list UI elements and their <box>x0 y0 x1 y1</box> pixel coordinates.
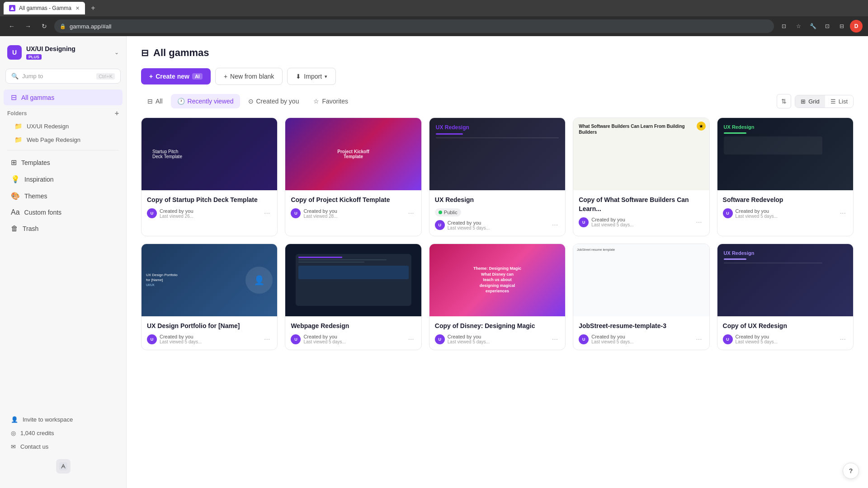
card-card7[interactable]: Webpage RedesignUCreated by youLast view… <box>285 244 421 351</box>
author-info: Created by youLast viewed 5 days... <box>160 334 202 344</box>
new-from-blank-button[interactable]: + New from blank <box>215 68 283 85</box>
card-body: Copy of Disney: Designing MagicUCreated … <box>429 316 565 350</box>
workspace-info: UX/UI Designing PLUS <box>26 45 110 60</box>
credits-item[interactable]: ◎ 1,040 credits <box>4 427 123 440</box>
refresh-button[interactable]: ↻ <box>38 20 51 33</box>
card-card1[interactable]: Startup PitchDeck Template Copy of Start… <box>141 117 278 236</box>
sidebar-item-custom-fonts[interactable]: Aa Custom fonts <box>4 205 123 220</box>
folder-item-ux-redesign[interactable]: 📁 UX/UI Redesign <box>4 120 123 132</box>
filter-fav-label: Favorites <box>322 98 348 105</box>
invite-workspace-button[interactable]: 👤 Invite to workspace <box>4 413 123 426</box>
sidebar-item-templates[interactable]: ⊞ Templates <box>4 155 123 170</box>
grid-label: Grid <box>808 98 820 105</box>
trash-label: Trash <box>23 225 38 232</box>
author-avatar: U <box>291 334 301 344</box>
address-bar[interactable]: 🔒 gamma.app/#all <box>54 19 774 33</box>
filter-created-label: Created by you <box>256 98 299 105</box>
sidebar-item-themes[interactable]: 🎨 Themes <box>4 188 123 204</box>
card-menu-button[interactable]: ··· <box>838 208 848 218</box>
folder-label: UX/UI Redesign <box>27 123 69 130</box>
card-menu-button[interactable]: ··· <box>550 334 560 344</box>
folder-icon: 📁 <box>14 136 22 143</box>
author-time: Last viewed 5 days... <box>303 339 345 344</box>
card-card3[interactable]: UX Redesign UX RedesignPublicUCreated by… <box>429 117 566 236</box>
list-view-button[interactable]: ☰ List <box>825 95 853 108</box>
search-icon: 🔍 <box>11 73 19 80</box>
card-meta: UCreated by youLast viewed 26...··· <box>147 208 272 219</box>
help-button[interactable]: ? <box>843 463 859 479</box>
sidebar-item-inspiration[interactable]: 💡 Inspiration <box>4 171 123 187</box>
card-menu-button[interactable]: ··· <box>550 220 560 230</box>
workspace-chevron-icon: ⌄ <box>114 49 119 56</box>
card-menu-button[interactable]: ··· <box>838 334 848 344</box>
card-public-badge: Public <box>435 208 461 216</box>
extension-button[interactable]: 🔧 <box>807 20 819 33</box>
card-title: JobStreet-resume-template-3 <box>579 322 703 331</box>
card-card9[interactable]: JobStreet resume template JobStreet-resu… <box>573 244 709 351</box>
import-chevron-icon: ▾ <box>325 74 327 80</box>
search-shortcut: Ctrl+K <box>96 73 115 80</box>
custom-fonts-label: Custom fonts <box>24 209 61 216</box>
tab-close-button[interactable]: ✕ <box>75 5 80 11</box>
svg-marker-0 <box>10 6 14 10</box>
card-title: Webpage Redesign <box>291 322 415 331</box>
page-title-container: ⊟ All gammas <box>141 47 854 59</box>
cast-button[interactable]: ⊡ <box>778 20 790 33</box>
import-button[interactable]: ⬇ Import ▾ <box>287 68 336 85</box>
sidebar-button[interactable]: ⊟ <box>835 20 848 33</box>
filter-all[interactable]: ⊟ All <box>141 94 169 108</box>
author-name: Created by you <box>448 220 490 225</box>
folder-item-web-page-redesign[interactable]: 📁 Web Page Redesign <box>4 133 123 146</box>
profile-sync-button[interactable]: ⊡ <box>821 20 834 33</box>
filter-recently-viewed[interactable]: 🕐 Recently viewed <box>171 94 240 108</box>
card-card6[interactable]: UX Design Portfoliofor [Name]UI/UX 👤 UX … <box>141 244 278 351</box>
back-button[interactable]: ← <box>5 20 18 33</box>
create-new-button[interactable]: + Create new AI <box>141 68 211 84</box>
bookmark-button[interactable]: ☆ <box>792 20 805 33</box>
filter-bar: ⊟ All 🕐 Recently viewed ⊙ Created by you… <box>141 94 854 108</box>
author-info: Created by youLast viewed 5 days... <box>591 334 633 344</box>
custom-fonts-icon: Aa <box>11 208 20 216</box>
profile-button[interactable]: D <box>850 20 863 33</box>
add-folder-button[interactable]: + <box>115 109 119 117</box>
card-menu-button[interactable]: ··· <box>694 217 703 227</box>
new-tab-button[interactable]: + <box>87 2 99 14</box>
card-author: UCreated by youLast viewed 26... <box>147 208 193 219</box>
author-info: Created by youLast viewed 5 days... <box>591 217 633 227</box>
card-card2[interactable]: Project KickoffTemplate Copy of Project … <box>285 117 421 236</box>
sidebar-item-trash[interactable]: 🗑 Trash <box>4 221 123 236</box>
sidebar-item-all-gammas[interactable]: ⊟ All gammas <box>4 89 123 105</box>
workspace-header[interactable]: U UX/UI Designing PLUS ⌄ <box>0 42 126 63</box>
card-menu-button[interactable]: ··· <box>406 208 415 218</box>
filter-created-by-you[interactable]: ⊙ Created by you <box>242 94 306 108</box>
card-menu-button[interactable]: ··· <box>262 208 272 218</box>
forward-button[interactable]: → <box>22 20 34 33</box>
active-tab[interactable]: All gammas - Gamma ✕ <box>4 2 85 14</box>
card-title: UX Redesign <box>435 196 560 205</box>
card-card5[interactable]: UX Redesign Software RedevelopUCreated b… <box>717 117 854 236</box>
card-author: UCreated by youLast viewed 5 days... <box>723 208 778 219</box>
card-menu-button[interactable]: ··· <box>406 334 415 344</box>
invite-icon: 👤 <box>11 416 18 423</box>
invite-label: Invite to workspace <box>23 416 73 423</box>
card-menu-button[interactable]: ··· <box>694 334 703 344</box>
card-card4[interactable]: ★What Software Builders Can Learn From B… <box>573 117 709 236</box>
card-author: UCreated by youLast viewed 5 days... <box>435 220 490 230</box>
nav-icons: ⊡ ☆ 🔧 ⊡ ⊟ D <box>778 20 863 33</box>
sort-button[interactable]: ⇅ <box>777 94 791 108</box>
grid-view-button[interactable]: ⊞ Grid <box>795 95 825 108</box>
browser-chrome: All gammas - Gamma ✕ + ← → ↻ 🔒 gamma.app… <box>0 0 868 36</box>
author-time: Last viewed 28... <box>303 214 337 219</box>
search-box[interactable]: 🔍 Jump to Ctrl+K <box>5 69 121 84</box>
contact-item[interactable]: ✉ Contact us <box>4 440 123 453</box>
card-card10[interactable]: UX Redesign Copy of UX RedesignUCreated … <box>717 244 854 351</box>
credits-label: 1,040 credits <box>20 430 54 436</box>
author-avatar: U <box>291 208 301 218</box>
card-meta: UCreated by youLast viewed 28...··· <box>291 208 415 219</box>
card-card8[interactable]: Theme: Designing MagicWhat Disney cantea… <box>429 244 566 351</box>
card-body: Webpage RedesignUCreated by youLast view… <box>285 316 421 350</box>
card-body: Copy of What Software Builders Can Learn… <box>573 190 709 233</box>
list-icon: ☰ <box>830 98 836 105</box>
filter-favorites[interactable]: ☆ Favorites <box>307 94 354 108</box>
card-menu-button[interactable]: ··· <box>262 334 272 344</box>
